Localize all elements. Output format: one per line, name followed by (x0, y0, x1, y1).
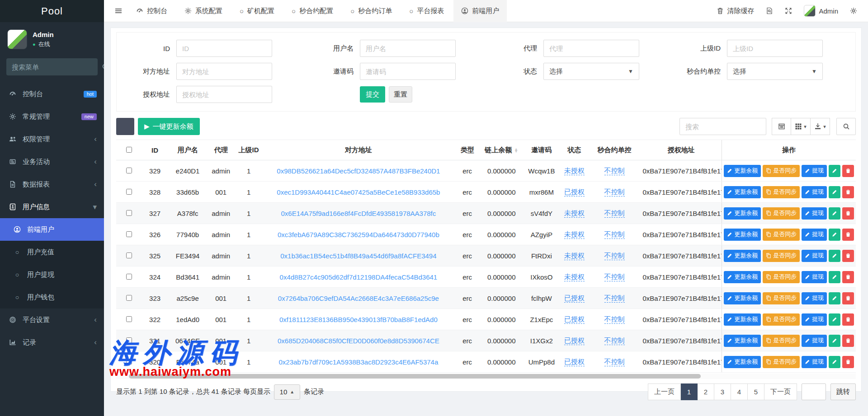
withdraw-button[interactable]: 提现 (802, 186, 827, 198)
update-balance-button[interactable]: 更新余额 (724, 335, 761, 347)
sidebar-item-frontend-users[interactable]: 前端用户 (0, 218, 104, 241)
edit-button[interactable] (829, 165, 840, 177)
update-balance-button[interactable]: 更新余额 (724, 186, 761, 198)
update-balance-button[interactable]: 更新余额 (724, 207, 761, 220)
tab-frontend-users[interactable]: 前端用户 (453, 0, 507, 22)
clear-cache-button[interactable]: 清除缓存 (717, 7, 754, 15)
address-link[interactable]: 0xf1811123E8136BB950e439013fB70baB8F1edA… (279, 316, 438, 323)
contract-control-link[interactable]: 不控制 (604, 273, 625, 281)
withdraw-button[interactable]: 提现 (802, 356, 827, 368)
auth-address-field[interactable] (176, 86, 272, 103)
update-balance-button[interactable]: 更新余额 (724, 292, 761, 304)
tab-platform-report[interactable]: ○ 平台报表 (401, 0, 452, 22)
username-field[interactable] (360, 40, 456, 57)
export-button[interactable]: ▾ (811, 118, 830, 135)
tab-contract-config[interactable]: ○ 秒合约配置 (284, 0, 341, 22)
status-link[interactable]: 已授权 (564, 337, 585, 345)
withdraw-button[interactable]: 提现 (802, 207, 827, 220)
withdraw-button[interactable]: 提现 (802, 292, 827, 304)
page-button-4[interactable]: 4 (731, 383, 748, 400)
edit-button[interactable] (829, 229, 840, 241)
edit-button[interactable] (829, 250, 840, 262)
next-page-button[interactable]: 下一页 (764, 383, 797, 400)
address-link[interactable]: 0x23ab7b7df709c1A5938B3ac8D2923c4E6AF537… (278, 358, 438, 366)
contract-control-link[interactable]: 不控制 (604, 337, 625, 345)
status-link[interactable]: 未授权 (564, 209, 585, 218)
status-link[interactable]: 未授权 (564, 252, 585, 260)
address-link[interactable]: 0x685D204068C85f0CfED0D060f0e8d8D5390674… (278, 337, 439, 345)
withdraw-button[interactable]: 提现 (802, 165, 827, 177)
row-checkbox[interactable] (126, 168, 132, 173)
id-field[interactable] (176, 40, 272, 57)
address-link[interactable]: 0x4d8B27c4c905d62df7d12198DA4fecaC54Bd36… (280, 273, 438, 281)
search-toggle-button[interactable] (836, 118, 856, 135)
page-button-2[interactable]: 2 (698, 383, 714, 400)
sync-button[interactable]: 是否同步 (763, 271, 800, 283)
status-link[interactable]: 已授权 (564, 315, 585, 324)
columns-button[interactable]: ▾ (791, 118, 811, 135)
update-balance-button[interactable]: 更新余额 (724, 165, 761, 177)
delete-button[interactable] (842, 165, 854, 177)
refresh-button[interactable] (116, 118, 134, 135)
reset-button[interactable]: 重置 (389, 86, 412, 103)
update-balance-button[interactable]: 更新余额 (724, 250, 761, 262)
address-field[interactable] (176, 63, 272, 80)
update-balance-button[interactable]: 更新余额 (724, 313, 761, 326)
status-link[interactable]: 已授权 (564, 358, 585, 366)
page-button-3[interactable]: 3 (714, 383, 731, 400)
delete-button[interactable] (842, 186, 854, 198)
jump-button[interactable]: 跳转 (830, 383, 856, 400)
tab-contract-orders[interactable]: ○ 秒合约订单 (343, 0, 400, 22)
sidebar-item-user-info[interactable]: 用户信息 ▾ (0, 196, 104, 218)
delete-button[interactable] (842, 356, 854, 368)
page-button-5[interactable]: 5 (748, 383, 764, 400)
edit-button[interactable] (829, 292, 840, 304)
delete-button[interactable] (842, 207, 854, 220)
update-balance-button[interactable]: 更新余额 (724, 356, 761, 368)
address-link[interactable]: 0x6E14A75f9ad166e8f4FcDfdE493581978AA378… (281, 210, 436, 217)
status-link[interactable]: 未授权 (564, 273, 585, 281)
edit-button[interactable] (829, 335, 840, 347)
status-select[interactable]: 选择▼ (543, 63, 639, 80)
tab-system-config[interactable]: 系统配置 (177, 0, 230, 22)
row-checkbox[interactable] (126, 316, 132, 322)
select-all-checkbox[interactable] (126, 147, 132, 153)
status-link[interactable]: 未授权 (564, 167, 585, 175)
delete-button[interactable] (842, 313, 854, 326)
sidebar-item-dashboard[interactable]: 控制台 hot (0, 83, 104, 105)
address-link[interactable]: 0x1b36ac1B54ec51b4f8B49a454d6f9a8fACFE34… (280, 252, 436, 260)
sidebar-item-records[interactable]: 记录 ‹ (0, 331, 104, 354)
sidebar-search[interactable] (6, 58, 98, 75)
col-balance-sortable[interactable]: 链上余额▲▼ (481, 140, 523, 160)
sync-button[interactable]: 是否同步 (763, 356, 800, 368)
settings-button[interactable] (850, 7, 857, 14)
submit-button[interactable]: 提交 (360, 86, 385, 103)
address-link[interactable]: 0xec1D993A40441C4ae07425a5BeCe1e58B933d6… (277, 188, 440, 196)
withdraw-button[interactable]: 提现 (802, 313, 827, 326)
status-link[interactable]: 已授权 (564, 188, 585, 196)
delete-button[interactable] (842, 271, 854, 283)
log-search-button[interactable] (766, 7, 773, 14)
contract-control-link[interactable]: 不控制 (604, 358, 625, 366)
page-size-select[interactable]: 10▲ (274, 384, 300, 400)
row-checkbox[interactable] (126, 252, 132, 258)
tab-miner-config[interactable]: ○ 矿机配置 (232, 0, 282, 22)
update-balance-button[interactable]: 更新余额 (724, 271, 761, 283)
invite-code-field[interactable] (360, 63, 456, 80)
row-checkbox[interactable] (126, 337, 132, 343)
withdraw-button[interactable]: 提现 (802, 335, 827, 347)
sidebar-item-general[interactable]: 常规管理 new (0, 105, 104, 128)
delete-button[interactable] (842, 335, 854, 347)
contract-control-link[interactable]: 不控制 (604, 315, 625, 324)
withdraw-button[interactable]: 提现 (802, 271, 827, 283)
sidebar-item-reports[interactable]: 数据报表 ‹ (0, 173, 104, 196)
sync-button[interactable]: 是否同步 (763, 165, 800, 177)
status-link[interactable]: 未授权 (564, 230, 585, 239)
sync-button[interactable]: 是否同步 (763, 313, 800, 326)
sidebar-search-input[interactable] (12, 63, 102, 71)
parent-id-field[interactable] (727, 40, 823, 57)
fullscreen-button[interactable] (785, 7, 792, 14)
delete-button[interactable] (842, 250, 854, 262)
edit-button[interactable] (829, 207, 840, 220)
sync-button[interactable]: 是否同步 (763, 250, 800, 262)
